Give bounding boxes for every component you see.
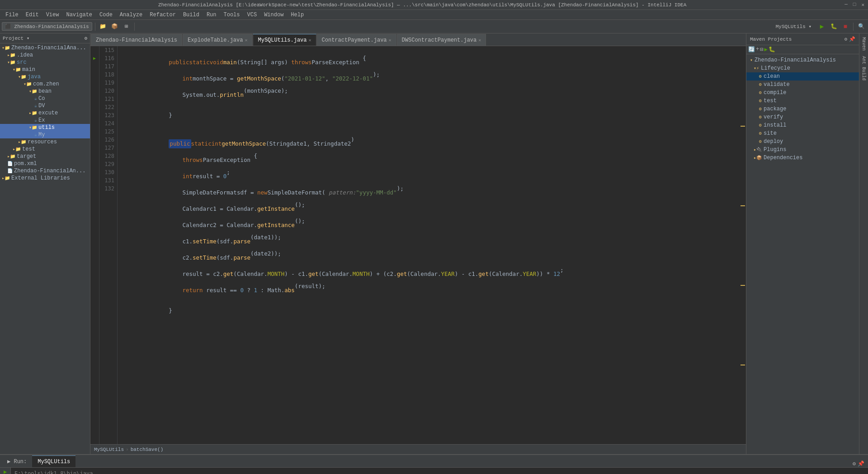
maven-project-icon: ▾ (750, 57, 753, 63)
debug-button[interactable]: 🐛 (829, 22, 839, 32)
kw-int2: int (182, 172, 193, 180)
toolbar-structure-btn[interactable]: ⊞ (122, 22, 132, 32)
line-num-132: 132 (99, 185, 114, 193)
menu-bar: File Edit View Navigate Code Analyze Ref… (0, 10, 868, 20)
code-area[interactable]: public static void main(String[] args) t… (118, 46, 740, 444)
tree-target[interactable]: ▸📁 target (0, 153, 90, 160)
maven-phase-clean[interactable]: ⚙ clean (746, 72, 859, 81)
maven-run-icon[interactable]: ▶ (764, 46, 767, 53)
close-tab-icon[interactable]: ✕ (245, 38, 247, 43)
console-output[interactable]: E:\tools\jdk1.8\bin\java ... 23 Process … (11, 468, 868, 474)
tree-external-libs[interactable]: ▸📁 External Libraries (0, 175, 90, 182)
breadcrumb-batchsave[interactable]: batchSave() (131, 447, 164, 452)
maven-pin-icon[interactable]: 📌 (849, 36, 855, 42)
tree-test[interactable]: ▸📁 test (0, 146, 90, 153)
tree-src[interactable]: ▾📁 src (0, 59, 90, 66)
bottom-pin-icon[interactable]: 📌 (858, 460, 864, 467)
code-line-116: public static void main(String[] args) t… (121, 54, 736, 71)
maven-phase-deploy[interactable]: ⚙ deploy (746, 137, 859, 146)
tree-java[interactable]: ▾📁 java (0, 73, 90, 81)
menu-window[interactable]: Window (260, 11, 287, 19)
search-everywhere-button[interactable]: 🔍 (856, 22, 866, 32)
toolbar-project-btn[interactable]: 📁 (98, 22, 108, 32)
sidebar-settings[interactable]: ⚙ (84, 35, 87, 41)
tree-pomxml[interactable]: 📄 pom.xml (0, 160, 90, 167)
menu-file[interactable]: File (2, 11, 22, 19)
maven-phase-site[interactable]: ⚙ site (746, 129, 859, 137)
bottom-tab-run-label[interactable]: ▶ Run: (2, 455, 32, 467)
close-tab-icon4[interactable]: ✕ (478, 38, 481, 43)
breadcrumb-mysqlutils[interactable]: MySQLUtils (94, 447, 124, 452)
menu-code[interactable]: Code (96, 11, 116, 19)
tree-utils[interactable]: ▾📁 utils (0, 124, 90, 131)
tab-zhendao[interactable]: Zhendao-FinancialAnalysis (91, 34, 182, 46)
stop-button[interactable]: ■ (840, 22, 850, 32)
menu-tools[interactable]: Tools (220, 11, 244, 19)
tree-zhendao-file-label: Zhendao-FinancialAn... (14, 168, 85, 174)
maven-phase-verify[interactable]: ⚙ verify (746, 113, 859, 121)
tree-co[interactable]: ☕ Co (0, 95, 90, 102)
close-tab-icon3[interactable]: ✕ (389, 38, 392, 43)
bottom-settings-icon[interactable]: ⚙ (853, 460, 856, 467)
gutter-empty17 (90, 185, 99, 193)
tree-main[interactable]: ▾📁 main (0, 66, 90, 73)
menu-run[interactable]: Run (203, 11, 220, 19)
maven-dependencies[interactable]: ▸📦 Dependencies (746, 154, 859, 162)
editor-tabs: Zhendao-FinancialAnalysis ExplodeTable.j… (90, 33, 746, 46)
tree-root[interactable]: ▾📁 Zhendao-FinancialAna... (0, 44, 90, 52)
tree-dv[interactable]: ☕ DV (0, 102, 90, 109)
ant-side-label[interactable]: Ant Build (860, 54, 867, 82)
tree-zhendao-file[interactable]: 📄 Zhendao-FinancialAn... (0, 167, 90, 175)
maven-phase-test[interactable]: ⚙ test (746, 97, 859, 105)
tree-excute[interactable]: ▸📁 excute (0, 109, 90, 117)
maven-phase-compile[interactable]: ⚙ compile (746, 89, 859, 97)
toolbar-src-btn[interactable]: 📦 (110, 22, 120, 32)
close-button[interactable]: ✕ (861, 2, 864, 8)
menu-build[interactable]: Build (179, 11, 203, 19)
menu-view[interactable]: View (42, 11, 63, 19)
minimize-button[interactable]: ─ (844, 2, 848, 8)
maven-phase-install[interactable]: ⚙ install (746, 121, 859, 129)
maven-phase-validate[interactable]: ⚙ validate (746, 81, 859, 89)
tree-com[interactable]: ▾📁 com.zhen (0, 81, 90, 88)
tab-contractpayment[interactable]: ContractPayment.java ✕ (317, 34, 396, 46)
menu-refactor[interactable]: Refactor (146, 11, 179, 19)
run-gutter-icon[interactable]: ▶ (90, 54, 99, 62)
gutter-empty5 (90, 87, 99, 95)
console-run-btn[interactable]: ▶ (4, 469, 7, 474)
maven-refresh-icon[interactable]: 🔄 (748, 46, 755, 53)
tree-ex[interactable]: ☕ Ex (0, 117, 90, 124)
tree-resources[interactable]: ▸📁 resources (0, 138, 90, 146)
maven-project[interactable]: ▾ Zhendao-FinancialAnalysis (746, 56, 859, 64)
menu-analyze[interactable]: Analyze (116, 11, 146, 19)
maven-collapse-icon[interactable]: ⊟ (760, 46, 763, 53)
menu-navigate[interactable]: Navigate (62, 11, 96, 19)
close-tab-icon2[interactable]: ✕ (309, 38, 311, 43)
tab-dwscontract[interactable]: DWSContractPayment.java ✕ (397, 34, 486, 46)
run-button[interactable]: ▶ (817, 22, 827, 32)
tree-idea[interactable]: ▸📁 .idea (0, 52, 90, 59)
maven-add-icon[interactable]: + (756, 46, 759, 53)
maven-lifecycle[interactable]: ▾⚡ Lifecycle (746, 64, 859, 72)
code-line-125: Calendar c1 = Calendar.getInstance(); (121, 201, 736, 217)
tab-mysqlutils[interactable]: MySQLUtils.java ✕ (253, 34, 316, 46)
maven-side-label[interactable]: Maven (860, 35, 867, 52)
line-num-115: 115 (99, 46, 114, 54)
tree-bean[interactable]: ▾📁 bean (0, 88, 90, 95)
menu-help[interactable]: Help (287, 11, 307, 19)
maven-panel: Maven Projects ⚙ 📌 🔄 + ⊟ ▶ 🐛 ▾ Zhendao-F… (746, 33, 859, 454)
maven-settings-icon[interactable]: ⚙ (844, 36, 847, 42)
bottom-tab-mysqlutils[interactable]: MySQLUtils (32, 455, 75, 467)
menu-vcs[interactable]: VCS (244, 11, 261, 19)
zhendao-file-icon: 📄 (7, 168, 13, 174)
maven-debug-icon[interactable]: 🐛 (769, 46, 775, 53)
menu-edit[interactable]: Edit (22, 11, 42, 19)
tab-explodetable[interactable]: ExplodeTable.java ✕ (183, 34, 252, 46)
maximize-button[interactable]: □ (853, 2, 856, 8)
maven-phase-package[interactable]: ⚙ package (746, 105, 859, 113)
tree-excute-label: excute (38, 110, 58, 116)
tree-my[interactable]: ☕ My (0, 131, 90, 138)
maven-plugins[interactable]: ▸🔌 Plugins (746, 146, 859, 154)
line-num-121: 121 (99, 95, 114, 103)
project-selector[interactable]: ⬛ Zhendao-FinancialAnalysis (2, 22, 92, 31)
